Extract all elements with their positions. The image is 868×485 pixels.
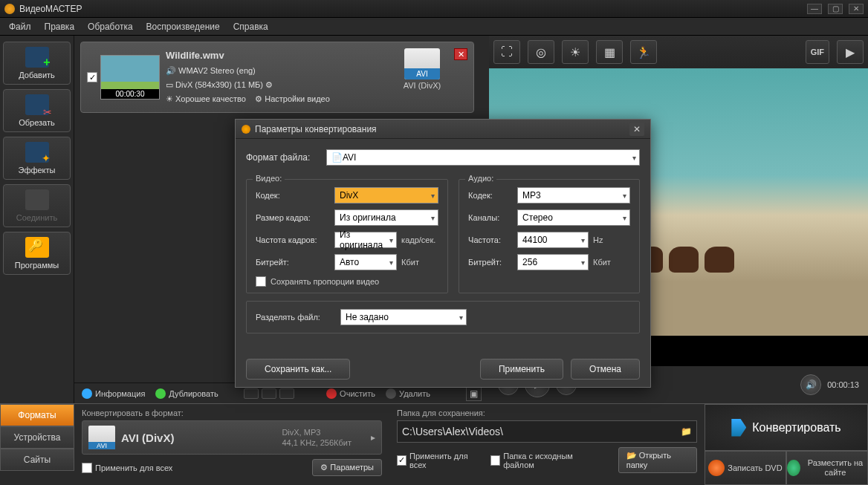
- add-button[interactable]: Добавить: [3, 42, 71, 85]
- menubar: Файл Правка Обработка Воспроизведение Сп…: [0, 18, 868, 36]
- view-toggle[interactable]: [244, 388, 294, 399]
- file-card[interactable]: ✓ 00:00:30 Wildlife.wmv 🔊 WMAV2 Stereo (…: [80, 42, 474, 113]
- maximize-button[interactable]: ▢: [828, 4, 843, 14]
- audio-bitrate-combo[interactable]: 256: [517, 254, 589, 270]
- video-codec-combo[interactable]: DivX: [334, 187, 438, 204]
- export-arrow-icon[interactable]: ▶: [837, 40, 864, 64]
- apply-all-checkbox[interactable]: [82, 463, 92, 473]
- output-format-icon[interactable]: AVI: [404, 48, 440, 79]
- file-name: Wildlife.wmv: [166, 48, 390, 62]
- format-selector[interactable]: AVI AVI (DivX) DivX, MP344,1 KHz, 256Кби…: [82, 420, 382, 455]
- timecode: 00:00:13: [827, 380, 859, 389]
- speed-tool-icon[interactable]: 🏃: [630, 40, 657, 64]
- fps-combo[interactable]: Из оригинала: [334, 232, 397, 248]
- file-thumbnail[interactable]: 00:00:30: [100, 55, 160, 100]
- output-path[interactable]: C:\Users\Alex\Videos\: [402, 426, 681, 437]
- apply-button[interactable]: Применить: [480, 359, 563, 380]
- titlebar: ВидеоМАСТЕР — ▢ ✕: [0, 0, 868, 18]
- bottom-bar: Форматы Устройства Сайты Конвертировать …: [0, 403, 868, 485]
- join-button[interactable]: Соединить: [3, 184, 71, 227]
- app-logo-icon: [4, 4, 15, 14]
- file-format-label: Формат файла:: [246, 152, 326, 163]
- tab-devices[interactable]: Устройства: [0, 426, 74, 449]
- programs-button[interactable]: Программы: [3, 232, 71, 275]
- globe-icon: [787, 460, 800, 476]
- duration-label: 00:00:30: [101, 89, 159, 99]
- video-fieldset: Видео: Кодек:DivX Размер кадра:Из оригин…: [246, 179, 448, 293]
- sidebar: Добавить Обрезать Эффекты Соединить Прог…: [0, 36, 74, 403]
- menu-playback[interactable]: Воспроизведение: [140, 19, 226, 34]
- screenshot-icon[interactable]: ▣: [466, 386, 482, 401]
- video-settings-link[interactable]: Настройки видео: [265, 94, 330, 103]
- path-box: C:\Users\Alex\Videos\ 📁: [397, 420, 697, 443]
- dialog-title: Параметры конвертирования: [255, 124, 377, 134]
- open-folder-button[interactable]: 📂 Открыть папку: [618, 447, 697, 473]
- freq-combo[interactable]: 44100: [517, 232, 589, 248]
- convert-to-label: Конвертировать в формат:: [82, 408, 382, 417]
- dvd-button[interactable]: Записать DVD: [705, 451, 786, 485]
- tab-formats[interactable]: Форматы: [0, 404, 74, 426]
- app-title: ВидеоМАСТЕР: [19, 4, 82, 14]
- dialog-titlebar[interactable]: Параметры конвертирования ✕: [236, 120, 650, 139]
- delete-button[interactable]: Удалить: [386, 388, 430, 399]
- audio-fieldset: Аудио: Кодек:MP3 Каналы:Стерео Частота:4…: [459, 179, 640, 293]
- browse-folder-icon[interactable]: 📁: [681, 426, 692, 437]
- source-folder-checkbox[interactable]: [490, 455, 500, 466]
- clear-button[interactable]: Очистить: [326, 388, 375, 399]
- brightness-tool-icon[interactable]: ☀: [562, 40, 589, 64]
- conversion-params-dialog: Параметры конвертирования ✕ Формат файла…: [235, 119, 651, 388]
- apply-all-2-checkbox[interactable]: ✓: [397, 455, 407, 466]
- dialog-close-button[interactable]: ✕: [629, 123, 644, 136]
- video-bitrate-combo[interactable]: Авто: [334, 254, 397, 270]
- params-button[interactable]: ⚙ Параметры: [312, 459, 382, 476]
- menu-process[interactable]: Обработка: [82, 19, 139, 34]
- keep-aspect-checkbox[interactable]: [256, 276, 266, 287]
- menu-edit[interactable]: Правка: [39, 19, 81, 34]
- file-format-combo[interactable]: 📄 AVI: [326, 149, 640, 166]
- dvd-icon: [708, 460, 725, 476]
- cut-button[interactable]: Обрезать: [3, 89, 71, 132]
- menu-help[interactable]: Справка: [227, 19, 274, 34]
- split-combo[interactable]: Не задано: [340, 309, 467, 325]
- settings-tool-icon[interactable]: ◎: [528, 40, 554, 64]
- audio-codec-combo[interactable]: MP3: [517, 187, 630, 204]
- channels-combo[interactable]: Стерео: [517, 209, 630, 226]
- effects-button[interactable]: Эффекты: [3, 137, 71, 180]
- convert-button[interactable]: Конвертировать: [705, 404, 868, 451]
- frame-size-combo[interactable]: Из оригинала: [334, 209, 438, 226]
- save-folder-label: Папка для сохранения:: [397, 408, 697, 417]
- close-button[interactable]: ✕: [849, 4, 864, 14]
- save-as-button[interactable]: Сохранить как...: [246, 359, 350, 380]
- convert-icon: [731, 419, 746, 437]
- volume-button[interactable]: 🔊: [800, 374, 821, 395]
- dialog-logo-icon: [242, 125, 250, 134]
- minimize-button[interactable]: —: [807, 4, 822, 14]
- tab-sites[interactable]: Сайты: [0, 449, 74, 471]
- output-format-label: AVI (DivX): [396, 81, 448, 90]
- film-tool-icon[interactable]: ▦: [596, 40, 623, 64]
- menu-file[interactable]: Файл: [3, 19, 37, 34]
- gif-button[interactable]: GIF: [806, 40, 829, 64]
- publish-button[interactable]: Разместить на сайте: [786, 451, 868, 485]
- crop-tool-icon[interactable]: ⛶: [493, 40, 520, 64]
- file-checkbox[interactable]: ✓: [87, 72, 97, 82]
- cancel-button[interactable]: Отмена: [571, 359, 640, 380]
- info-button[interactable]: Информация: [82, 388, 145, 399]
- preview-toolbar: ⛶ ◎ ☀ ▦ 🏃 GIF ▶: [489, 36, 868, 68]
- file-info: Wildlife.wmv 🔊 WMAV2 Stereo (eng) ▭ DivX…: [166, 48, 390, 106]
- duplicate-button[interactable]: Дублировать: [155, 388, 218, 399]
- remove-file-button[interactable]: ✕: [454, 48, 467, 60]
